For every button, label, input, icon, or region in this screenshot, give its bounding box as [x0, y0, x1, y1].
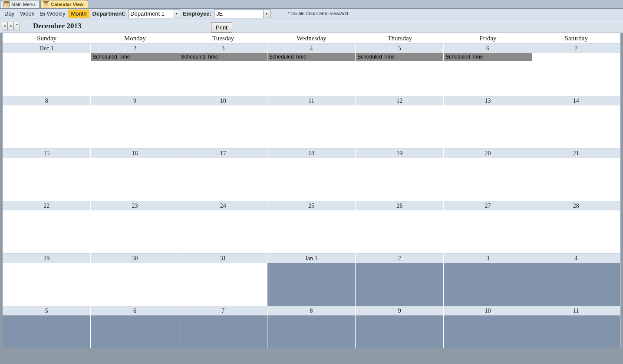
day-body[interactable] [267, 263, 355, 306]
calendar: SundayMondayTuesdayWednesdayThursdayFrid… [3, 33, 620, 348]
date-header: 25 [267, 201, 355, 210]
day-body[interactable] [532, 210, 620, 253]
view-biweekly-button[interactable]: Bi-Weekly [37, 10, 68, 18]
day-header: Sunday [3, 33, 91, 43]
event-bar[interactable]: Scheduled Time [356, 53, 443, 61]
day-body[interactable] [3, 53, 90, 96]
day-body[interactable]: Scheduled Time [91, 53, 178, 96]
day-body[interactable] [532, 105, 620, 148]
day-body[interactable] [3, 158, 90, 201]
day-cell: 10 [179, 96, 267, 148]
date-header: 18 [267, 148, 355, 158]
day-cell: 16 [91, 148, 179, 201]
date-header: Dec 1 [3, 43, 90, 53]
week-row: 293031Jan 1234 [3, 253, 620, 306]
day-body[interactable] [91, 210, 178, 253]
date-header: 7 [532, 43, 620, 53]
day-body[interactable] [356, 263, 443, 306]
day-body[interactable] [356, 158, 443, 201]
week-row: 15161718192021 [3, 148, 620, 201]
dropdown-arrow-icon[interactable]: ▾ [173, 10, 180, 18]
day-cell: 2Scheduled Time [91, 43, 179, 96]
day-body[interactable] [532, 53, 620, 96]
day-cell: 5 [3, 306, 91, 348]
day-cell: 28 [532, 201, 620, 253]
event-bar[interactable]: Scheduled Time [91, 53, 178, 61]
date-header: 23 [91, 201, 178, 210]
day-body[interactable] [179, 105, 267, 148]
date-header: 27 [444, 201, 531, 210]
filter-bar: Day Week Bi-Weekly Month Department: ▾ E… [0, 9, 623, 19]
view-week-button[interactable]: Week [17, 10, 37, 18]
day-body[interactable] [3, 105, 90, 148]
day-body[interactable] [356, 315, 443, 348]
day-body[interactable] [267, 210, 355, 253]
day-body[interactable] [3, 210, 90, 253]
day-body[interactable] [91, 315, 178, 348]
day-cell: 27 [444, 201, 532, 253]
date-header: 7 [179, 306, 267, 315]
day-body[interactable] [179, 263, 267, 306]
event-bar[interactable]: Scheduled Time [179, 53, 267, 61]
day-body[interactable]: Scheduled Time [444, 53, 531, 96]
day-body[interactable] [356, 105, 443, 148]
day-body[interactable] [3, 263, 90, 306]
date-header: 10 [179, 96, 267, 105]
view-month-button[interactable]: Month [68, 10, 89, 18]
day-body[interactable] [444, 210, 531, 253]
day-body[interactable] [91, 105, 178, 148]
next-month-button[interactable]: > [8, 22, 14, 30]
date-header: 4 [267, 43, 355, 53]
day-header: Saturday [532, 33, 620, 43]
day-cell: 18 [267, 148, 356, 201]
day-body[interactable] [356, 210, 443, 253]
day-body[interactable] [179, 158, 267, 201]
employee-select[interactable] [214, 10, 270, 18]
department-label: Department: [92, 10, 126, 17]
day-body[interactable] [532, 158, 620, 201]
week-row: Dec 12Scheduled Time3Scheduled Time4Sche… [3, 43, 620, 96]
date-header: 17 [179, 148, 267, 158]
event-bar[interactable]: Scheduled Time [444, 53, 531, 61]
print-button[interactable]: Print [211, 22, 232, 33]
day-body[interactable]: Scheduled Time [356, 53, 443, 96]
day-body[interactable] [267, 105, 355, 148]
day-body[interactable]: Scheduled Time [267, 53, 355, 96]
day-body[interactable] [444, 158, 531, 201]
date-header: Jan 1 [267, 253, 355, 263]
dropdown-arrow-icon[interactable]: ▾ [263, 10, 270, 18]
day-body[interactable] [3, 315, 90, 348]
tab-calendar-view[interactable]: Calendar View [40, 0, 88, 8]
svg-rect-0 [4, 2, 9, 3]
day-cell: 9 [356, 306, 444, 348]
day-body[interactable] [91, 263, 178, 306]
day-cell: 8 [3, 96, 91, 148]
day-headers: SundayMondayTuesdayWednesdayThursdayFrid… [3, 33, 620, 43]
day-body[interactable]: Scheduled Time [179, 53, 267, 96]
day-cell: 20 [444, 148, 532, 201]
prev-month-button[interactable]: < [2, 22, 8, 30]
event-bar[interactable]: Scheduled Time [267, 53, 355, 61]
date-header: 15 [3, 148, 90, 158]
date-header: 4 [532, 253, 620, 263]
day-body[interactable] [267, 158, 355, 201]
day-body[interactable] [444, 105, 531, 148]
date-header: 28 [532, 201, 620, 210]
day-body[interactable] [267, 315, 355, 348]
date-header: 21 [532, 148, 620, 158]
day-body[interactable] [532, 315, 620, 348]
up-button[interactable]: ^ [14, 22, 20, 30]
department-select[interactable] [128, 10, 180, 18]
day-body[interactable] [444, 315, 531, 348]
day-body[interactable] [444, 263, 531, 306]
day-body[interactable] [179, 210, 267, 253]
view-day-button[interactable]: Day [2, 10, 17, 18]
day-cell: 31 [179, 253, 267, 306]
day-cell: Dec 1 [3, 43, 91, 96]
date-header: 2 [356, 253, 443, 263]
tab-main-menu[interactable]: Main Menu [1, 0, 40, 8]
day-body[interactable] [532, 263, 620, 306]
day-body[interactable] [179, 315, 267, 348]
date-header: 22 [3, 201, 90, 210]
day-body[interactable] [91, 158, 178, 201]
